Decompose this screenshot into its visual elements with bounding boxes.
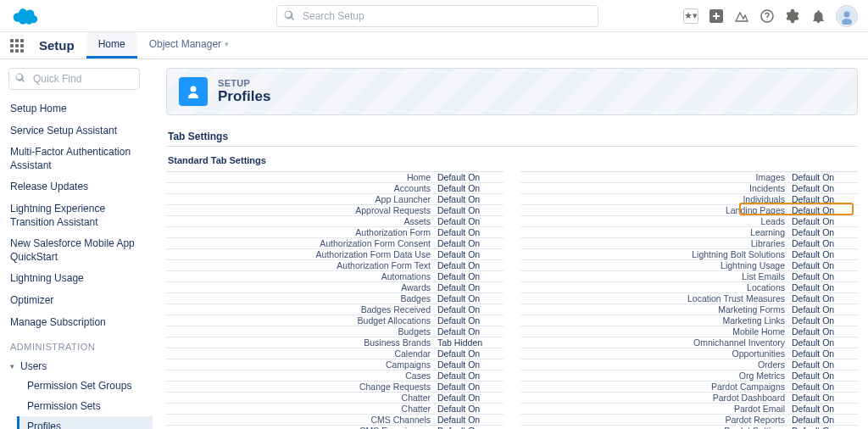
tab-row: App LauncherDefault On bbox=[166, 193, 504, 204]
tab-row: Pardot DashboardDefault On bbox=[520, 392, 858, 403]
tab-value: Tab Hidden bbox=[437, 337, 504, 348]
tab-value: Default On bbox=[792, 216, 858, 226]
tab-row: BudgetsDefault On bbox=[166, 326, 504, 337]
tab-value: Default On bbox=[792, 238, 858, 248]
tab-value: Default On bbox=[437, 426, 504, 429]
tab-row: ChatterDefault On bbox=[166, 403, 504, 414]
tab-value: Default On bbox=[792, 249, 858, 259]
tab-value: Default On bbox=[437, 393, 504, 403]
tab-row: OpportunitiesDefault On bbox=[520, 348, 858, 359]
tab-value: Default On bbox=[792, 426, 858, 429]
tab-value: Default On bbox=[437, 315, 504, 326]
favorites-button[interactable]: ★▾ bbox=[683, 8, 698, 24]
tab-value: Default On bbox=[792, 172, 858, 182]
tab-row: HomeDefault On bbox=[166, 171, 504, 182]
tab-value: Default On bbox=[437, 293, 504, 304]
tab-label: CMS Channels bbox=[166, 415, 437, 425]
user-avatar[interactable] bbox=[836, 5, 858, 27]
tree-child-permission-sets[interactable]: Permission Sets bbox=[22, 396, 153, 416]
tab-row: AccountsDefault On bbox=[166, 182, 504, 193]
tab-value: Default On bbox=[437, 415, 504, 425]
tab-label: Images bbox=[520, 172, 792, 182]
page-header: SETUP Profiles bbox=[166, 68, 858, 115]
sidebar-link[interactable]: Manage Subscription bbox=[8, 312, 153, 334]
tab-value: Default On bbox=[437, 183, 504, 193]
tab-row: AssetsDefault On bbox=[166, 215, 504, 226]
global-search-wrap bbox=[276, 5, 598, 27]
tab-home[interactable]: Home bbox=[86, 32, 137, 58]
profiles-icon bbox=[179, 77, 208, 106]
header-actions: ★▾ bbox=[683, 5, 858, 27]
tab-row: CampaignsDefault On bbox=[166, 359, 504, 370]
tab-value: Default On bbox=[437, 194, 504, 204]
chevron-down-icon: ▾ bbox=[10, 362, 20, 370]
sidebar-link[interactable]: Multi-Factor Authentication Assistant bbox=[8, 142, 153, 176]
tab-row: CasesDefault On bbox=[166, 370, 504, 381]
add-icon[interactable] bbox=[709, 8, 724, 24]
sidebar-link[interactable]: Service Setup Assistant bbox=[8, 120, 153, 142]
subsection-standard-tabs: Standard Tab Settings bbox=[166, 152, 858, 169]
search-icon bbox=[284, 10, 295, 24]
tab-label: Orders bbox=[520, 359, 792, 370]
trailhead-icon[interactable] bbox=[734, 8, 749, 24]
tab-label: CMS Experiences bbox=[166, 426, 437, 429]
quick-find-input[interactable] bbox=[8, 68, 140, 90]
tab-label: Org Metrics bbox=[520, 370, 792, 381]
app-launcher-icon[interactable] bbox=[7, 32, 27, 58]
tab-label: Chatter bbox=[166, 393, 437, 403]
tab-label: Automations bbox=[166, 271, 437, 281]
sidebar-link[interactable]: Optimizer bbox=[8, 290, 153, 312]
tab-value: Default On bbox=[792, 326, 858, 337]
tab-value: Default On bbox=[437, 404, 504, 414]
tab-label: Accounts bbox=[166, 183, 437, 193]
tab-value: Default On bbox=[437, 348, 504, 359]
tab-value: Default On bbox=[437, 271, 504, 281]
tab-row: Location Trust MeasuresDefault On bbox=[520, 292, 858, 304]
tab-row: Lightning Bolt SolutionsDefault On bbox=[520, 248, 858, 259]
tab-value: Default On bbox=[437, 260, 504, 270]
tree-users[interactable]: ▾ Users bbox=[8, 357, 153, 376]
tab-value: Default On bbox=[792, 359, 858, 370]
tab-row: ChatterDefault On bbox=[166, 392, 504, 403]
tab-row: Pardot CampaignsDefault On bbox=[520, 381, 858, 392]
gear-icon[interactable] bbox=[785, 8, 800, 24]
tree-child-profiles[interactable]: Profiles bbox=[17, 416, 153, 429]
tab-row: AwardsDefault On bbox=[166, 281, 504, 292]
tab-row: ImagesDefault On bbox=[520, 171, 858, 182]
tab-value: Default On bbox=[437, 359, 504, 370]
tab-label: Calendar bbox=[166, 348, 437, 359]
sidebar-link[interactable]: Release Updates bbox=[8, 176, 153, 198]
tab-object-manager[interactable]: Object Manager ▾ bbox=[137, 32, 241, 58]
tab-row: Marketing LinksDefault On bbox=[520, 315, 858, 326]
tab-label: Pardot Reports bbox=[520, 415, 792, 425]
sidebar-link[interactable]: Lightning Experience Transition Assistan… bbox=[8, 198, 153, 233]
tab-label: Marketing Links bbox=[520, 315, 792, 326]
tab-label: Budgets bbox=[166, 326, 437, 337]
sidebar-link[interactable]: Lightning Usage bbox=[8, 268, 153, 290]
tab-row: Marketing FormsDefault On bbox=[520, 304, 858, 315]
sidebar-link[interactable]: Setup Home bbox=[8, 98, 153, 120]
tab-value: Default On bbox=[437, 382, 504, 392]
tab-label: Authorization Form Consent bbox=[166, 238, 437, 248]
salesforce-logo[interactable] bbox=[10, 6, 41, 26]
tree-child-permission-set-groups[interactable]: Permission Set Groups bbox=[22, 376, 153, 396]
tab-row: Authorization Form Data UseDefault On bbox=[166, 248, 504, 259]
tab-value: Default On bbox=[792, 337, 858, 348]
global-search-input[interactable] bbox=[276, 5, 598, 27]
sidebar-section-administration: ADMINISTRATION bbox=[8, 333, 153, 357]
tab-value: Default On bbox=[792, 393, 858, 403]
tab-row: OrdersDefault On bbox=[520, 359, 858, 370]
tab-label: Opportunities bbox=[520, 348, 792, 359]
tab-row: LearningDefault On bbox=[520, 226, 858, 237]
help-icon[interactable] bbox=[760, 8, 775, 24]
tab-row: LeadsDefault On bbox=[520, 215, 858, 226]
tab-label: Awards bbox=[166, 282, 437, 292]
app-name: Setup bbox=[27, 32, 86, 58]
tab-label: Lightning Bolt Solutions bbox=[520, 249, 792, 259]
tab-value: Default On bbox=[792, 271, 858, 281]
tab-row: LibrariesDefault On bbox=[520, 237, 858, 248]
tab-label: Campaigns bbox=[166, 359, 437, 370]
sidebar-link[interactable]: New Salesforce Mobile App QuickStart bbox=[8, 233, 153, 268]
tab-value: Default On bbox=[792, 315, 858, 326]
bell-icon[interactable] bbox=[810, 8, 826, 24]
